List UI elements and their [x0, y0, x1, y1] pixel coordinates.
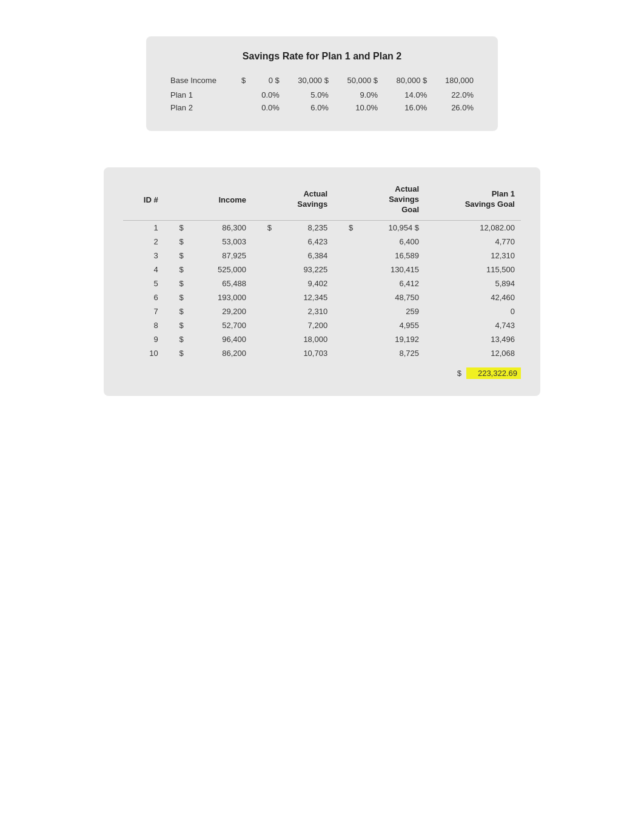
plan1-0: 0.0%: [250, 89, 284, 101]
row10-goal-dollar: [334, 346, 359, 361]
row3-savings: 6,384: [278, 249, 334, 263]
data-table: ID # Income ActualSavings ActualSavingsG…: [123, 182, 521, 361]
table-row: 6 $ 193,000 12,345 48,750 42,460: [123, 290, 521, 304]
plan1-180k: 22.0%: [432, 89, 478, 101]
row9-goal: 19,192: [359, 332, 425, 346]
savings-rate-card: Savings Rate for Plan 1 and Plan 2 Base …: [146, 36, 498, 131]
row5-savings: 9,402: [278, 277, 334, 290]
row10-plan1-goal: 12,068: [425, 346, 521, 361]
table-row: 5 $ 65,488 9,402 6,412 5,894: [123, 277, 521, 290]
row10-income-dollar: $: [164, 346, 190, 361]
row4-goal: 130,415: [359, 263, 425, 277]
plan1-label: Plan 1: [166, 89, 233, 101]
total-value: 223,322.69: [466, 367, 521, 379]
row1-savings: 8,235: [278, 220, 334, 235]
row8-savings-dollar: [252, 318, 278, 332]
row9-income-dollar: $: [164, 332, 190, 346]
row5-plan1-goal: 5,894: [425, 277, 521, 290]
row2-savings-dollar: [252, 235, 278, 249]
base-income-dollar: $: [233, 74, 250, 89]
row6-id: 6: [123, 290, 164, 304]
plan1-spacer: [233, 89, 250, 101]
row9-plan1-goal: 13,496: [425, 332, 521, 346]
base-income-80k: 80,000 $: [383, 74, 432, 89]
base-income-30k: 30,000 $: [284, 74, 334, 89]
row4-plan1-goal: 115,500: [425, 263, 521, 277]
row4-savings-dollar: [252, 263, 278, 277]
row2-savings: 6,423: [278, 235, 334, 249]
plan1-80k: 14.0%: [383, 89, 432, 101]
table-row: Plan 1 0.0% 5.0% 9.0% 14.0% 22.0%: [166, 89, 478, 101]
row9-income: 96,400: [190, 332, 252, 346]
row1-id: 1: [123, 220, 164, 235]
plan2-80k: 16.0%: [383, 101, 432, 114]
row8-income: 52,700: [190, 318, 252, 332]
row3-savings-dollar: [252, 249, 278, 263]
row9-savings: 18,000: [278, 332, 334, 346]
table-row: 10 $ 86,200 10,703 8,725 12,068: [123, 346, 521, 361]
table-row: 7 $ 29,200 2,310 259 0: [123, 304, 521, 318]
row10-goal: 8,725: [359, 346, 425, 361]
col-header-actual-goal: ActualSavingsGoal: [334, 182, 425, 220]
row8-income-dollar: $: [164, 318, 190, 332]
table-row: 1 $ 86,300 $ 8,235 $ 10,954 $ 12,082.00: [123, 220, 521, 235]
savings-rate-table: Base Income $ 0 $ 30,000 $ 50,000 $ 80,0…: [166, 74, 478, 114]
row8-id: 8: [123, 318, 164, 332]
base-income-0: 0 $: [250, 74, 284, 89]
total-container: $ 223,322.69: [123, 367, 521, 379]
row7-savings-dollar: [252, 304, 278, 318]
row3-plan1-goal: 12,310: [425, 249, 521, 263]
row8-savings: 7,200: [278, 318, 334, 332]
col-header-actual-savings: ActualSavings: [252, 182, 334, 220]
table-row: 9 $ 96,400 18,000 19,192 13,496: [123, 332, 521, 346]
row2-plan1-goal: 4,770: [425, 235, 521, 249]
row6-savings-dollar: [252, 290, 278, 304]
table-row: 8 $ 52,700 7,200 4,955 4,743: [123, 318, 521, 332]
row1-savings-dollar: $: [252, 220, 278, 235]
plan2-180k: 26.0%: [432, 101, 478, 114]
row8-goal: 4,955: [359, 318, 425, 332]
row5-goal: 6,412: [359, 277, 425, 290]
row5-id: 5: [123, 277, 164, 290]
row3-goal-dollar: [334, 249, 359, 263]
table-row: 4 $ 525,000 93,225 130,415 115,500: [123, 263, 521, 277]
row7-id: 7: [123, 304, 164, 318]
row3-income: 87,925: [190, 249, 252, 263]
row10-id: 10: [123, 346, 164, 361]
col-header-id: ID #: [123, 182, 164, 220]
row3-goal: 16,589: [359, 249, 425, 263]
row4-income-dollar: $: [164, 263, 190, 277]
row5-goal-dollar: [334, 277, 359, 290]
row7-income-dollar: $: [164, 304, 190, 318]
row5-income: 65,488: [190, 277, 252, 290]
row5-savings-dollar: [252, 277, 278, 290]
row10-income: 86,200: [190, 346, 252, 361]
row2-id: 2: [123, 235, 164, 249]
row1-goal: 10,954 $: [359, 220, 425, 235]
row2-goal: 6,400: [359, 235, 425, 249]
data-table-card: ID # Income ActualSavings ActualSavingsG…: [104, 167, 540, 396]
table-row: Plan 2 0.0% 6.0% 10.0% 16.0% 26.0%: [166, 101, 478, 114]
row9-goal-dollar: [334, 332, 359, 346]
savings-rate-title: Savings Rate for Plan 1 and Plan 2: [166, 51, 478, 62]
row1-goal-dollar: $: [334, 220, 359, 235]
row7-plan1-goal: 0: [425, 304, 521, 318]
plan2-50k: 10.0%: [334, 101, 383, 114]
total-dollar: $: [457, 369, 461, 378]
row4-goal-dollar: [334, 263, 359, 277]
base-income-50k: 50,000 $: [334, 74, 383, 89]
row2-goal-dollar: [334, 235, 359, 249]
row5-income-dollar: $: [164, 277, 190, 290]
row6-plan1-goal: 42,460: [425, 290, 521, 304]
row1-income: 86,300: [190, 220, 252, 235]
plan1-50k: 9.0%: [334, 89, 383, 101]
row3-income-dollar: $: [164, 249, 190, 263]
row6-income: 193,000: [190, 290, 252, 304]
plan2-0: 0.0%: [250, 101, 284, 114]
row2-income: 53,003: [190, 235, 252, 249]
row10-savings: 10,703: [278, 346, 334, 361]
row4-id: 4: [123, 263, 164, 277]
row4-savings: 93,225: [278, 263, 334, 277]
table-row: Base Income $ 0 $ 30,000 $ 50,000 $ 80,0…: [166, 74, 478, 89]
plan2-spacer: [233, 101, 250, 114]
